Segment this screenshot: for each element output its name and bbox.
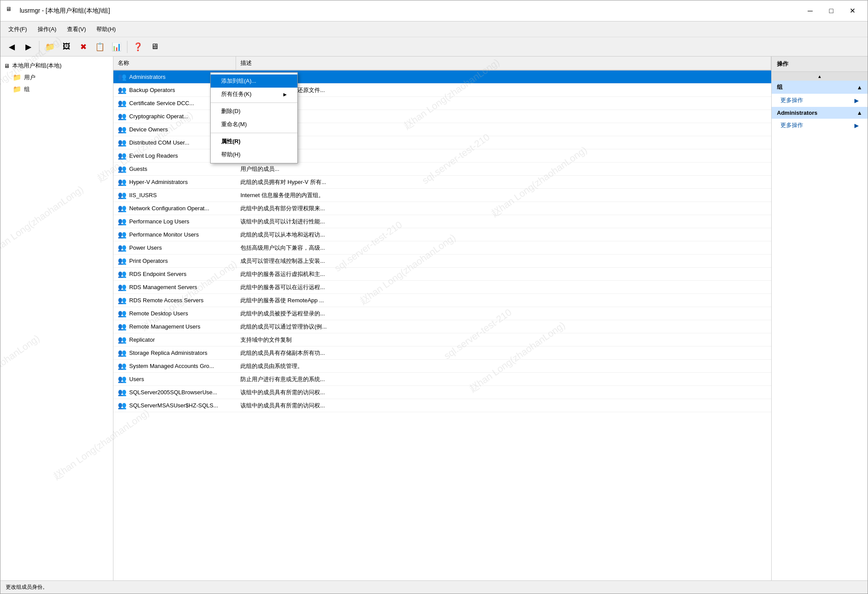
list-cell-desc: 授权操作。 <box>236 111 771 122</box>
header-desc[interactable]: 描述 <box>236 57 771 70</box>
ctx-separator-2 <box>211 133 297 133</box>
table-row[interactable]: 👥RDS Endpoint Servers此组中的服务器运行虚拟机和主... <box>113 268 771 281</box>
table-row[interactable]: 👥SQLServer2005SQLBrowserUse...该组中的成员具有所需… <box>113 386 771 399</box>
context-menu-item[interactable]: 重命名(M) <box>211 118 297 131</box>
group-icon: 👥 <box>118 270 127 278</box>
computer-icon: 🖥 <box>4 63 10 69</box>
table-row[interactable]: 👥System Managed Accounts Gro...此组的成员由系统管… <box>113 360 771 373</box>
menu-action[interactable]: 操作(A) <box>33 24 61 35</box>
table-row[interactable]: 👥Network Configuration Operat...此组中的成员有部… <box>113 202 771 215</box>
list-cell-name-text: RDS Management Servers <box>129 284 197 290</box>
list-cell-name: 👥Replicator <box>113 334 236 346</box>
list-cell-desc: 此组中的服务器可以在运行远程... <box>236 282 771 293</box>
list-cell-name-text: Remote Desktop Users <box>129 310 188 317</box>
table-row[interactable]: 👥IIS_IUSRSInternet 信息服务使用的内置组。 <box>113 189 771 202</box>
list-cell-desc: 成员可以管理在域控制器上安装... <box>236 255 771 267</box>
table-row[interactable]: 👥SQLServerMSASUser$HZ-SQLS...该组中的成员具有所需的… <box>113 399 771 412</box>
context-menu-item[interactable]: 帮助(H) <box>211 148 297 161</box>
list-cell-name-text: Guests <box>129 166 147 172</box>
console-button[interactable]: 🖥 <box>147 39 162 55</box>
context-menu-item[interactable]: 属性(R) <box>211 135 297 148</box>
actions-scroll-up[interactable]: ▲ <box>772 72 868 81</box>
context-menu-item[interactable]: 删除(D) <box>211 105 297 118</box>
tree-groups-item[interactable]: 📁 组 <box>0 83 113 95</box>
actions-section-admins[interactable]: Administrators ▲ <box>772 107 868 119</box>
list-cell-name: 👥RDS Endpoint Servers <box>113 268 236 280</box>
list-cell-name-text: Print Operators <box>129 258 168 264</box>
ctx-item-label: 添加到组(A)... <box>221 77 256 85</box>
actions-more-groups[interactable]: 更多操作 ▶ <box>772 94 868 107</box>
table-row[interactable]: 👥Guests用户组的成员... <box>113 163 771 176</box>
table-row[interactable]: 👥Hyper-V Administrators此组的成员拥有对 Hyper-V … <box>113 176 771 189</box>
list-cell-desc: 此组中的服务器运行虚拟机和主... <box>236 269 771 280</box>
group-icon: 👥 <box>118 178 127 186</box>
list-cell-name-text: Users <box>129 376 144 382</box>
table-row[interactable]: 👥Replicator支持域中的文件复制 <box>113 333 771 346</box>
header-name[interactable]: 名称 <box>113 57 236 70</box>
group-icon: 👥 <box>118 217 127 226</box>
section-collapse-icon: ▲ <box>857 84 862 91</box>
actions-header: 操作 <box>772 57 868 72</box>
list-cell-name-text: Hyper-V Administrators <box>129 179 188 185</box>
group-icon: 👥 <box>118 152 127 160</box>
tree-root-item[interactable]: 🖥 本地用户和组(本地) <box>0 60 113 71</box>
list-cell-desc: 此组的成员可以通过管理协议(例... <box>236 321 771 332</box>
list-cell-desc: 备份操作员可以备份或还原文件... <box>236 85 771 96</box>
group-icon: 👥 <box>118 375 127 383</box>
group-icon: 👥 <box>118 165 127 173</box>
list-cell-name-text: RDS Remote Access Servers <box>129 297 204 304</box>
app-icon: 🖥 <box>6 6 16 16</box>
menu-help[interactable]: 帮助(H) <box>92 24 120 35</box>
list-cell-name: 👥RDS Remote Access Servers <box>113 294 236 306</box>
window-title: lusrmgr - [本地用户和组(本地)\组] <box>20 7 110 15</box>
export-button[interactable]: 📊 <box>109 39 124 55</box>
group-icon: 👥 <box>118 191 127 199</box>
minimize-button[interactable]: ─ <box>800 4 820 18</box>
table-row[interactable]: 👥Performance Monitor Users此组的成员可以从本地和远程访… <box>113 228 771 241</box>
window-controls: ─ □ ✕ <box>800 4 862 18</box>
table-row[interactable]: 👥RDS Management Servers此组中的服务器可以在运行远程... <box>113 281 771 294</box>
table-row[interactable]: 👥Remote Desktop Users此组中的成员被授予远程登录的... <box>113 307 771 320</box>
table-row[interactable]: 👥Remote Management Users此组的成员可以通过管理协议(例.… <box>113 320 771 333</box>
close-button[interactable]: ✕ <box>842 4 862 18</box>
table-row[interactable]: 👥Print Operators成员可以管理在域控制器上安装... <box>113 255 771 268</box>
list-cell-desc: 此组中的服务器使 RemoteApp ... <box>236 295 771 306</box>
back-button[interactable]: ◀ <box>4 39 20 55</box>
delete-button[interactable]: ✖ <box>75 39 91 55</box>
menu-file[interactable]: 文件(F) <box>4 24 32 35</box>
actions-more-admins[interactable]: 更多操作 ▶ <box>772 119 868 132</box>
list-cell-name-text: SQLServer2005SQLBrowserUse... <box>129 389 217 396</box>
list-cell-desc: 更改系统范围内... <box>236 124 771 135</box>
properties-button[interactable]: 📋 <box>92 39 108 55</box>
context-menu-item[interactable]: 添加到组(A)... <box>211 74 297 88</box>
list-cell-name-text: Power Users <box>129 244 162 251</box>
tree-users-item[interactable]: 📁 用户 <box>0 71 113 83</box>
table-row[interactable]: 👥RDS Remote Access Servers此组中的服务器使 Remot… <box>113 294 771 307</box>
list-cell-name-text: Network Configuration Operat... <box>129 205 209 212</box>
maximize-button[interactable]: □ <box>821 4 841 18</box>
list-cell-name: 👥IIS_IUSRS <box>113 189 236 201</box>
table-row[interactable]: 👥Storage Replica Administrators此组的成员具有存储… <box>113 346 771 360</box>
list-cell-name-text: Administrators <box>129 74 166 80</box>
table-row[interactable]: 👥Performance Log Users该组中的成员可以计划进行性能... <box>113 215 771 228</box>
menu-view[interactable]: 查看(V) <box>63 24 90 35</box>
forward-button[interactable]: ▶ <box>21 39 36 55</box>
group-icon: 👥 <box>118 257 127 265</box>
group-icon: 👥 <box>118 125 127 134</box>
actions-section-groups[interactable]: 组 ▲ <box>772 81 868 94</box>
group-icon: 👥 <box>118 138 127 147</box>
help-button[interactable]: ❓ <box>130 39 146 55</box>
actions-arrow-icon: ▶ <box>854 97 859 104</box>
open-button[interactable]: 📁 <box>42 39 58 55</box>
main-window: 🖥 lusrmgr - [本地用户和组(本地)\组] ─ □ ✕ 文件(F) 操… <box>0 0 868 594</box>
view-button[interactable]: 🖼 <box>59 39 74 55</box>
ctx-item-label: 帮助(H) <box>221 151 240 159</box>
group-icon: 👥 <box>118 296 127 304</box>
table-row[interactable]: 👥Users防止用户进行有意或无意的系统... <box>113 373 771 386</box>
list-cell-name: 👥System Managed Accounts Gro... <box>113 360 236 372</box>
group-icon: 👥 <box>118 86 127 94</box>
context-menu-item[interactable]: 所有任务(K)▶ <box>211 88 297 101</box>
list-cell-desc: 用户组的成员... <box>236 163 771 175</box>
list-cell-name: 👥Performance Monitor Users <box>113 229 236 240</box>
table-row[interactable]: 👥Power Users包括高级用户以向下兼容，高级... <box>113 241 771 255</box>
